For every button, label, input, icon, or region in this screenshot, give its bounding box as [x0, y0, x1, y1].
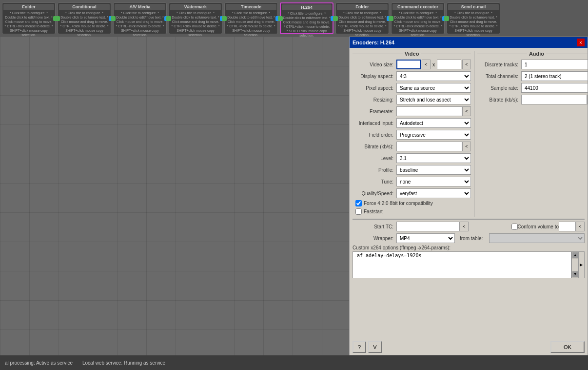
bitrate-video-label: Bitrate (kb/s): — [353, 144, 396, 149]
interlaced-select[interactable]: Autodetect Yes No — [396, 118, 471, 128]
conform-btn[interactable]: < — [576, 222, 585, 231]
faststart-row: Faststart — [353, 208, 471, 215]
display-aspect-label: Display aspect: — [353, 74, 396, 79]
discrete-tracks-row: Discrete tracks: 1 2 3 — [477, 60, 588, 69]
bitrate-audio-input[interactable]: 64 — [521, 95, 587, 104]
pixel-aspect-select[interactable]: Same as source 1:1 — [396, 83, 471, 93]
video-height-btn[interactable]: < — [462, 60, 471, 69]
connector-left-avmedia — [111, 16, 116, 21]
video-section-header: Video — [353, 51, 471, 57]
field-order-label: Field order: — [353, 132, 396, 138]
audio-column: Audio Discrete tracks: 1 2 3 Total chann… — [474, 51, 588, 217]
custom-options-textarea[interactable] — [353, 251, 571, 278]
node-body-folder2: * Click title to configure. * Double cli… — [337, 10, 388, 39]
framerate-input[interactable]: %f_frame_rate% — [396, 106, 462, 116]
node-title-avmedia: A/V Media — [115, 4, 165, 10]
quality-select[interactable]: veryfast fast medium slow — [396, 188, 471, 198]
video-size-inputs: 852 < x 288 < — [396, 60, 471, 69]
custom-options-container: Custom x264 options (ffmpeg -x264-params… — [353, 245, 585, 278]
pipeline-node-watermark[interactable]: Watermark* Click title to configure. * D… — [169, 2, 222, 34]
video-width-btn[interactable]: < — [422, 60, 431, 69]
start-tc-btn[interactable]: < — [460, 222, 469, 231]
from-table-label: from table: — [460, 236, 489, 241]
resizing-row: Resizing: Stretch and lose aspect Keep a… — [353, 95, 471, 104]
bitrate-video-input[interactable]: 750 — [396, 142, 462, 151]
pipeline-node-h264[interactable]: H.264* Click title to configure. * Doubl… — [280, 2, 333, 34]
profile-select[interactable]: baseline main high — [396, 165, 471, 175]
tune-label: Tune: — [353, 179, 396, 185]
sections-container: Video Video size: 852 < x 288 < Display … — [353, 51, 585, 217]
field-order-select[interactable]: Progressive Top first Bottom first — [396, 130, 471, 140]
start-tc-label: Start TC: — [353, 224, 396, 229]
profile-label: Profile: — [353, 167, 396, 173]
connector-left-watermark — [166, 16, 171, 21]
pipeline-node-sendemail[interactable]: Send e-mail* Click title to configure. *… — [447, 2, 500, 34]
bitrate-video-row: Bitrate (kb/s): 750 < — [353, 142, 471, 151]
custom-options-expand-btn[interactable]: ▶ — [578, 251, 585, 278]
v-button[interactable]: V — [368, 341, 382, 353]
pipeline-node-conditional[interactable]: Conditional* Click title to configure. *… — [58, 2, 111, 34]
force-420-row: Force 4:2:0 8bit for compatibility — [353, 200, 471, 206]
level-select[interactable]: 3.1 4.0 4.1 — [396, 153, 471, 163]
action-bar: ? V OK — [350, 339, 588, 355]
audio-section-label: Audio — [529, 51, 544, 57]
sample-rate-label: Sample rate: — [477, 85, 521, 91]
conform-checkbox[interactable] — [511, 224, 518, 230]
bitrate-audio-btn[interactable]: < — [587, 95, 588, 104]
video-width-input[interactable]: 852 — [396, 60, 421, 69]
node-title-folder2: Folder — [337, 4, 388, 10]
scrollbar-up-btn[interactable]: ▲ — [572, 252, 578, 258]
pipeline-node-cmdexec[interactable]: Command executor* Click title to configu… — [391, 2, 445, 34]
discrete-tracks-label: Discrete tracks: — [477, 62, 521, 67]
panel-title: Encoders: H.264 — [353, 40, 394, 45]
framerate-btn[interactable]: < — [462, 106, 471, 116]
ok-button[interactable]: OK — [550, 341, 585, 353]
node-title-folder1: Folder — [3, 4, 54, 10]
bitrate-video-btn[interactable]: < — [462, 142, 471, 151]
node-body-watermark: * Click title to configure. * Double cli… — [170, 10, 221, 39]
node-title-h264: H.264 — [282, 4, 332, 10]
start-tc-input[interactable]: %s_start_tc% — [396, 222, 460, 231]
conform-label: Conform volume to — [518, 224, 559, 229]
conform-value-input[interactable]: -23 — [559, 222, 576, 231]
node-title-cmdexec: Command executor — [392, 4, 443, 10]
wrapper-row: Wrapper: MP4 MKV MOV TS from table: — [353, 233, 585, 243]
textarea-scrollbar[interactable]: ▲ ▼ — [571, 251, 578, 278]
wrapper-label: Wrapper: — [353, 236, 396, 241]
pixel-aspect-label: Pixel aspect: — [353, 85, 396, 91]
video-height-input[interactable]: 288 — [437, 60, 461, 69]
field-order-row: Field order: Progressive Top first Botto… — [353, 130, 471, 140]
close-button[interactable]: × — [577, 39, 585, 46]
encoder-panel: Encoders: H.264 × Video Video size: 852 … — [349, 37, 588, 355]
sample-rate-select[interactable]: 44100 48000 — [521, 83, 588, 93]
node-body-avmedia: * Click title to configure. * Double cli… — [115, 10, 165, 39]
discrete-tracks-select[interactable]: 1 2 3 — [521, 60, 588, 69]
profile-row: Profile: baseline main high — [353, 165, 471, 175]
pipeline-node-folder1[interactable]: Folder* Click title to configure. * Doub… — [2, 2, 56, 34]
sample-rate-row: Sample rate: 44100 48000 — [477, 83, 588, 93]
force-420-checkbox[interactable] — [355, 200, 362, 206]
pipeline-node-avmedia[interactable]: A/V Media* Click title to configure. * D… — [113, 2, 167, 34]
panel-titlebar: Encoders: H.264 × — [350, 37, 588, 48]
pixel-aspect-row: Pixel aspect: Same as source 1:1 — [353, 83, 471, 93]
tune-select[interactable]: none film animation — [396, 177, 471, 186]
connector-left-timecode — [222, 16, 227, 21]
display-aspect-select[interactable]: 4:3 16:9 Same as source — [396, 71, 471, 81]
pipeline-node-folder2[interactable]: Folder* Click title to configure. * Doub… — [335, 2, 389, 34]
video-column: Video Video size: 852 < x 288 < Display … — [353, 51, 474, 217]
pipeline-node-timecode[interactable]: Timecode* Click title to configure. * Do… — [224, 2, 278, 34]
resizing-select[interactable]: Stretch and lose aspect Keep aspect rati… — [396, 95, 471, 104]
faststart-checkbox[interactable] — [355, 208, 362, 215]
from-table-select[interactable] — [489, 233, 585, 243]
node-body-cmdexec: * Click title to configure. * Double cli… — [392, 10, 443, 39]
connector-left-sendemail — [444, 16, 449, 21]
display-aspect-row: Display aspect: 4:3 16:9 Same as source — [353, 71, 471, 81]
total-channels-select[interactable]: 2 (1 stereo track) 1 (mono) — [521, 71, 588, 81]
scrollbar-down-btn[interactable]: ▼ — [572, 271, 578, 277]
total-channels-label: Total channels: — [477, 74, 521, 79]
help-button[interactable]: ? — [353, 341, 366, 353]
start-tc-row: Start TC: %s_start_tc% < Conform volume … — [353, 222, 585, 231]
panel-body: Video Video size: 852 < x 288 < Display … — [350, 48, 588, 339]
connector-left-conditional — [55, 16, 60, 21]
wrapper-select[interactable]: MP4 MKV MOV TS — [396, 233, 455, 243]
